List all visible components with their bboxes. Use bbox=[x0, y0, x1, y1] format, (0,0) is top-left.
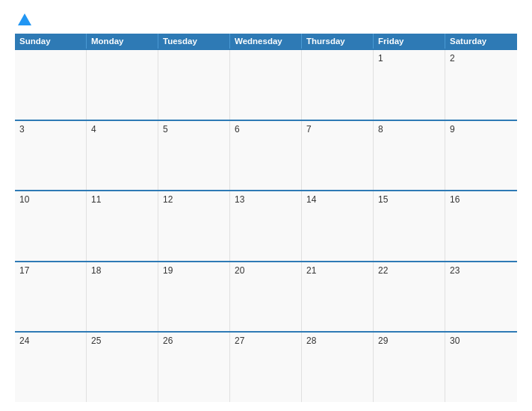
day-number: 22 bbox=[378, 265, 388, 276]
day-number: 26 bbox=[163, 336, 173, 346]
day-number: 10 bbox=[19, 194, 29, 205]
day-number: 23 bbox=[450, 265, 460, 276]
day-number: 17 bbox=[19, 265, 29, 276]
calendar-cell bbox=[158, 50, 230, 120]
calendar-week-3: 10111213141516 bbox=[15, 190, 517, 261]
calendar-cell: 27 bbox=[230, 333, 302, 402]
calendar-week-4: 17181920212223 bbox=[15, 261, 517, 332]
calendar-cell: 24 bbox=[15, 333, 87, 402]
calendar-cell: 11 bbox=[87, 191, 158, 261]
day-number: 6 bbox=[235, 124, 240, 135]
calendar-cell: 4 bbox=[87, 121, 158, 191]
day-number: 21 bbox=[306, 265, 316, 276]
day-number: 27 bbox=[235, 336, 244, 346]
calendar-cell: 19 bbox=[158, 262, 230, 332]
calendar-cell: 16 bbox=[445, 191, 517, 261]
day-number: 2 bbox=[450, 53, 455, 64]
day-number: 8 bbox=[378, 124, 383, 135]
day-number: 29 bbox=[378, 336, 388, 346]
logo bbox=[15, 13, 31, 26]
calendar-cell: 2 bbox=[445, 50, 517, 120]
calendar-cell: 20 bbox=[230, 262, 302, 332]
calendar-cell: 18 bbox=[87, 262, 158, 332]
calendar-cell bbox=[15, 50, 87, 120]
calendar-cell: 7 bbox=[302, 121, 374, 191]
calendar-cell bbox=[230, 50, 302, 120]
day-number: 30 bbox=[450, 336, 460, 346]
header-cell-sunday: Sunday bbox=[15, 34, 87, 49]
day-number: 28 bbox=[306, 336, 316, 346]
calendar-cell: 17 bbox=[15, 262, 87, 332]
day-number: 25 bbox=[91, 336, 101, 346]
header-cell-thursday: Thursday bbox=[302, 34, 374, 49]
day-number: 9 bbox=[450, 124, 455, 135]
calendar-cell: 15 bbox=[374, 191, 445, 261]
calendar-cell: 9 bbox=[445, 121, 517, 191]
calendar-week-1: 12 bbox=[15, 49, 517, 120]
calendar-cell: 21 bbox=[302, 262, 374, 332]
calendar: SundayMondayTuesdayWednesdayThursdayFrid… bbox=[15, 34, 517, 402]
day-number: 20 bbox=[235, 265, 244, 276]
calendar-cell: 8 bbox=[374, 121, 445, 191]
calendar-cell: 30 bbox=[445, 333, 517, 402]
calendar-cell: 28 bbox=[302, 333, 374, 402]
day-number: 16 bbox=[450, 194, 460, 205]
header-cell-friday: Friday bbox=[374, 34, 445, 49]
calendar-cell: 10 bbox=[15, 191, 87, 261]
calendar-header-row: SundayMondayTuesdayWednesdayThursdayFrid… bbox=[15, 34, 517, 49]
calendar-cell: 22 bbox=[374, 262, 445, 332]
calendar-cell: 26 bbox=[158, 333, 230, 402]
page: SundayMondayTuesdayWednesdayThursdayFrid… bbox=[0, 0, 532, 411]
calendar-cell: 13 bbox=[230, 191, 302, 261]
day-number: 7 bbox=[306, 124, 312, 135]
calendar-cell: 1 bbox=[374, 50, 445, 120]
header-cell-wednesday: Wednesday bbox=[230, 34, 302, 49]
calendar-cell: 6 bbox=[230, 121, 302, 191]
day-number: 5 bbox=[163, 124, 168, 135]
calendar-cell: 3 bbox=[15, 121, 87, 191]
header bbox=[15, 13, 517, 26]
day-number: 14 bbox=[306, 194, 316, 205]
calendar-cell: 12 bbox=[158, 191, 230, 261]
calendar-cell bbox=[87, 50, 158, 120]
day-number: 24 bbox=[19, 336, 29, 346]
day-number: 15 bbox=[378, 194, 388, 205]
header-cell-monday: Monday bbox=[87, 34, 158, 49]
calendar-cell: 29 bbox=[374, 333, 445, 402]
header-cell-saturday: Saturday bbox=[445, 34, 517, 49]
day-number: 4 bbox=[91, 124, 96, 135]
calendar-cell: 25 bbox=[87, 333, 158, 402]
calendar-week-2: 3456789 bbox=[15, 120, 517, 191]
day-number: 1 bbox=[378, 53, 383, 64]
day-number: 13 bbox=[235, 194, 244, 205]
logo-triangle-icon bbox=[18, 13, 31, 25]
calendar-cell: 14 bbox=[302, 191, 374, 261]
calendar-cell: 23 bbox=[445, 262, 517, 332]
day-number: 11 bbox=[91, 194, 101, 205]
calendar-cell: 5 bbox=[158, 121, 230, 191]
calendar-cell bbox=[302, 50, 374, 120]
calendar-body: 1234567891011121314151617181920212223242… bbox=[15, 49, 517, 402]
header-cell-tuesday: Tuesday bbox=[158, 34, 230, 49]
day-number: 18 bbox=[91, 265, 101, 276]
calendar-week-5: 24252627282930 bbox=[15, 331, 517, 402]
day-number: 12 bbox=[163, 194, 173, 205]
day-number: 3 bbox=[19, 124, 25, 135]
day-number: 19 bbox=[163, 265, 173, 276]
